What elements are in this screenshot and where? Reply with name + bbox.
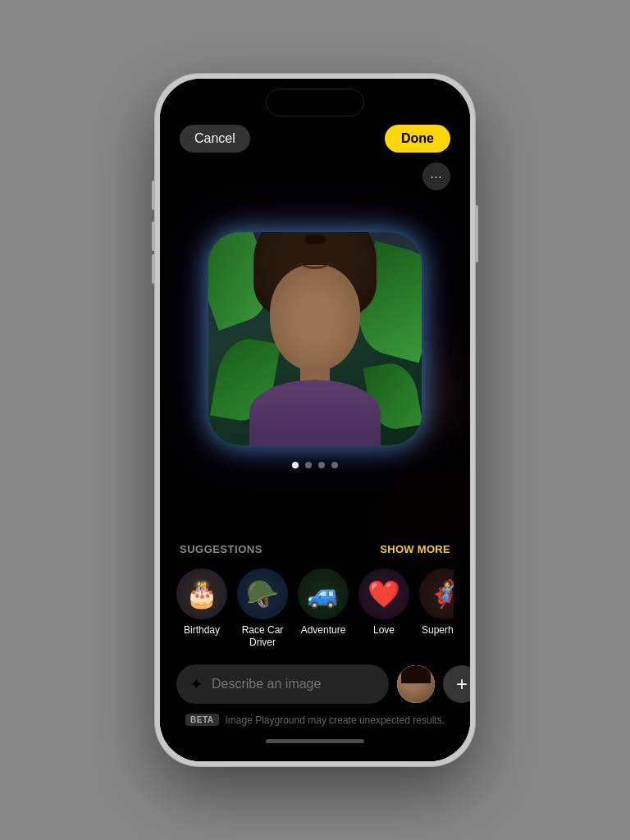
eye-right — [304, 235, 319, 244]
dot-3[interactable] — [318, 462, 325, 468]
dot-2[interactable] — [305, 462, 312, 468]
suggestion-superhero[interactable]: 🦸 Superhero — [419, 568, 454, 648]
birthday-icon: 🎂 — [176, 568, 227, 619]
avatar-hair — [401, 665, 431, 683]
beta-text: Image Playground may create unexpected r… — [226, 714, 445, 726]
suggestions-header: SUGGESTIONS SHOW MORE — [176, 543, 454, 555]
add-button[interactable]: + — [443, 665, 470, 703]
text-input-wrapper: ✦ — [176, 664, 389, 704]
home-bar — [266, 739, 364, 743]
home-indicator — [176, 733, 454, 753]
smile — [299, 253, 331, 269]
portrait-art — [208, 232, 422, 445]
pagination — [292, 462, 338, 468]
beta-notice: BETA Image Playground may create unexpec… — [176, 714, 454, 726]
dynamic-island — [266, 89, 364, 116]
describe-image-input[interactable] — [212, 677, 376, 692]
dot-4[interactable] — [331, 462, 338, 468]
cancel-button[interactable]: Cancel — [180, 125, 250, 153]
generated-image[interactable] — [208, 232, 422, 445]
beta-badge: BETA — [185, 714, 218, 726]
more-options-button[interactable]: ··· — [422, 162, 450, 190]
app-screen: Cancel Done ··· — [160, 79, 470, 761]
suggestion-birthday[interactable]: 🎂 Birthday — [176, 568, 227, 648]
adventure-icon: 🚙 — [298, 568, 349, 619]
figure — [233, 249, 397, 445]
dot-1[interactable] — [292, 462, 299, 468]
suggestion-race-car-driver[interactable]: 🪖 Race CarDriver — [237, 568, 288, 648]
body-shape — [249, 380, 381, 445]
done-button[interactable]: Done — [385, 125, 450, 153]
avatar-button[interactable] — [397, 665, 435, 703]
bottom-panel: SUGGESTIONS SHOW MORE 🎂 Birthday 🪖 Race … — [160, 543, 470, 761]
race-icon: 🪖 — [237, 568, 288, 619]
suggestions-label: SUGGESTIONS — [180, 543, 262, 555]
adventure-label: Adventure — [301, 624, 346, 636]
love-icon: ❤️ — [358, 568, 409, 619]
superhero-label: Superhero — [422, 624, 454, 636]
image-area: ··· — [160, 162, 470, 543]
show-more-button[interactable]: SHOW MORE — [380, 543, 450, 555]
birthday-label: Birthday — [184, 624, 220, 636]
suggestion-love[interactable]: ❤️ Love — [358, 568, 409, 648]
playground-icon: ✦ — [189, 674, 203, 694]
phone-frame: Cancel Done ··· — [155, 74, 475, 766]
user-avatar — [397, 665, 435, 703]
suggestions-row: 🎂 Birthday 🪖 Race CarDriver 🚙 Adventure … — [176, 568, 454, 648]
generated-image-wrapper — [208, 232, 422, 445]
race-car-driver-label: Race CarDriver — [242, 624, 284, 648]
input-row: ✦ + — [176, 664, 454, 704]
love-label: Love — [373, 624, 395, 636]
face — [270, 265, 360, 372]
suggestion-adventure[interactable]: 🚙 Adventure — [298, 568, 349, 648]
phone-screen: Cancel Done ··· — [160, 79, 470, 761]
superhero-icon: 🦸 — [419, 568, 454, 619]
